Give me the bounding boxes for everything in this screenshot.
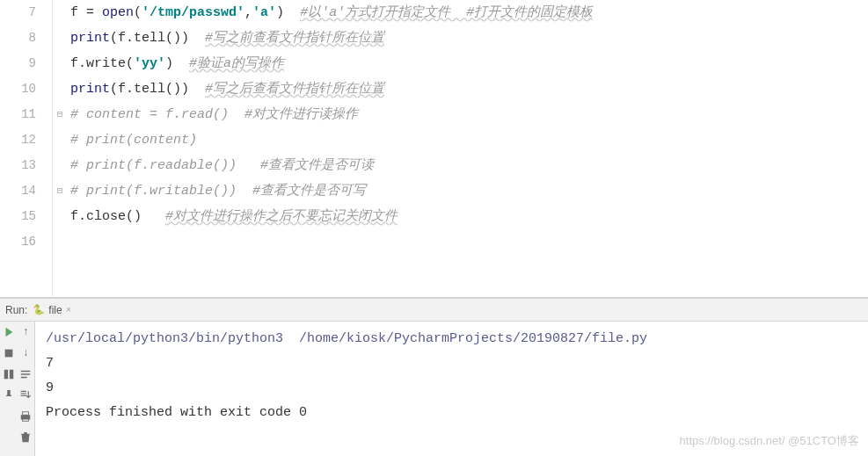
run-tool-window: Run: 🐍 file × ↑ ↓ <box>0 298 868 456</box>
stop-button[interactable] <box>2 346 16 360</box>
code-token: # print(f.writable()) #查看文件是否可写 <box>70 184 366 199</box>
code-token: '/tmp/passwd' <box>142 5 244 20</box>
down-arrow-button[interactable]: ↓ <box>18 346 33 360</box>
code-token: (f.tell()) <box>110 82 205 97</box>
line-number: 12 <box>0 127 36 153</box>
close-icon[interactable]: × <box>66 305 72 315</box>
python-file-icon: 🐍 <box>33 304 45 315</box>
svg-rect-1 <box>4 370 8 380</box>
line-number: 10 <box>0 76 36 102</box>
line-number: 11 <box>0 102 36 127</box>
code-token: # content = f.read() #对文件进行读操作 <box>70 107 358 122</box>
code-token: , <box>244 5 252 20</box>
code-token: f = <box>70 5 102 20</box>
line-number: 8 <box>0 25 36 51</box>
run-label: Run: <box>5 304 27 316</box>
line-number: 9 <box>0 51 36 76</box>
code-line[interactable]: print(f.tell()) #写之前查看文件指针所在位置 <box>70 25 868 51</box>
line-number: 15 <box>0 204 36 229</box>
code-token: #写之后查看文件指针所在位置 <box>205 82 384 97</box>
code-line[interactable]: # print(f.readable()) #查看文件是否可读 <box>70 153 868 178</box>
code-token: f.write( <box>70 56 134 71</box>
code-line[interactable]: print(f.tell()) #写之后查看文件指针所在位置 <box>70 76 868 102</box>
code-token: ) <box>276 5 300 20</box>
code-token: #验证a的写操作 <box>189 56 284 71</box>
soft-wrap-button[interactable] <box>18 367 33 381</box>
line-number-gutter: 78910111213141516 <box>0 0 53 297</box>
code-line[interactable]: f.write('yy') #验证a的写操作 <box>70 51 868 76</box>
run-tab-name[interactable]: file <box>48 304 62 316</box>
svg-rect-3 <box>23 412 29 416</box>
interpreter-path-line: /usr/local/python3/bin/python3 /home/kio… <box>46 327 868 351</box>
code-token: #以'a'方式打开指定文件 #打开文件的固定模板 <box>300 5 593 20</box>
fold-marker-icon[interactable]: ⊟ <box>57 102 63 127</box>
run-toolbar: ↑ ↓ <box>0 322 35 456</box>
code-line[interactable] <box>70 229 868 255</box>
code-token: #对文件进行操作之后不要忘记关闭文件 <box>165 209 398 224</box>
code-line[interactable]: f.close() #对文件进行操作之后不要忘记关闭文件 <box>70 204 868 229</box>
layout-button[interactable] <box>2 367 16 381</box>
trash-button[interactable] <box>18 431 33 445</box>
code-token: (f.tell()) <box>110 31 205 46</box>
print-button[interactable] <box>18 409 33 423</box>
rerun-button[interactable] <box>2 325 16 339</box>
code-token: #写之前查看文件指针所在位置 <box>205 31 384 46</box>
line-number: 13 <box>0 153 36 178</box>
code-token: 'a' <box>252 5 276 20</box>
svg-rect-2 <box>10 370 13 380</box>
code-token: open <box>102 5 134 20</box>
code-token: print <box>70 82 110 97</box>
watermark-text: https://blog.csdn.net/ @51CTO博客 <box>680 433 859 449</box>
code-content[interactable]: f = open('/tmp/passwd','a') #以'a'方式打开指定文… <box>53 0 868 297</box>
exit-code-line: Process finished with exit code 0 <box>46 401 868 425</box>
line-number: 7 <box>0 0 36 25</box>
code-token: ( <box>134 5 142 20</box>
code-token: ) <box>165 56 189 71</box>
line-number: 14 <box>0 178 36 204</box>
code-line[interactable]: ⊟# print(f.writable()) #查看文件是否可写 <box>70 178 868 204</box>
code-token: # print(content) <box>70 133 197 148</box>
line-number: 16 <box>0 229 36 255</box>
fold-marker-icon[interactable]: ⊟ <box>57 178 63 204</box>
code-editor[interactable]: 78910111213141516 f = open('/tmp/passwd'… <box>0 0 868 298</box>
code-token: 'yy' <box>134 56 165 71</box>
pin-button[interactable] <box>2 388 16 402</box>
code-token: f.close() <box>70 209 165 224</box>
output-line: 9 <box>46 376 868 401</box>
code-line[interactable]: # print(content) <box>70 127 868 153</box>
scroll-to-end-button[interactable] <box>18 388 33 402</box>
up-arrow-button[interactable]: ↑ <box>18 325 33 339</box>
code-token: # print(f.readable()) #查看文件是否可读 <box>70 158 374 173</box>
run-header: Run: 🐍 file × <box>0 299 868 322</box>
code-line[interactable]: ⊟# content = f.read() #对文件进行读操作 <box>70 102 868 127</box>
output-line: 7 <box>46 351 868 376</box>
svg-rect-0 <box>4 350 12 358</box>
code-line[interactable]: f = open('/tmp/passwd','a') #以'a'方式打开指定文… <box>70 0 868 25</box>
code-token: print <box>70 31 110 46</box>
